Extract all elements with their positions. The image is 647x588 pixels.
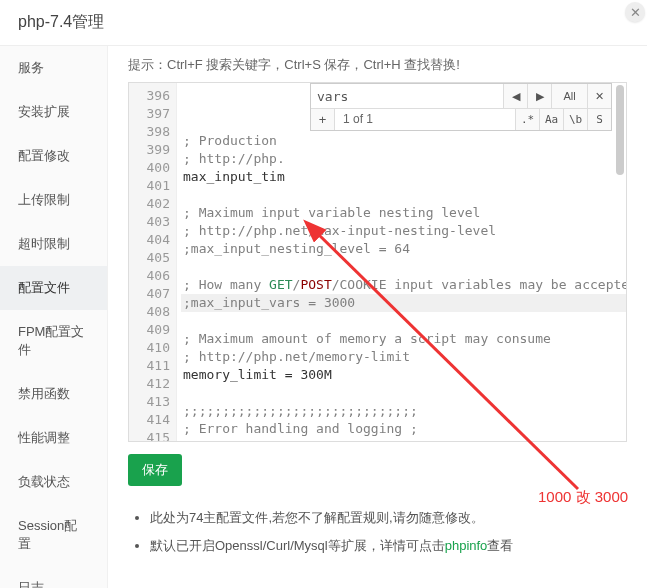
line-number: 402 (129, 195, 170, 213)
search-regex-toggle[interactable]: .* (515, 109, 539, 130)
scrollbar[interactable] (616, 85, 624, 175)
code-area[interactable]: ; Production; http://php.max_input_tim ;… (177, 83, 626, 441)
close-dialog-button[interactable]: ✕ (625, 2, 645, 22)
line-number: 397 (129, 105, 170, 123)
sidebar-item-9[interactable]: 负载状态 (0, 460, 107, 504)
search-expand-button[interactable]: + (311, 109, 335, 130)
code-line[interactable]: ; Maximum amount of memory a script may … (181, 330, 626, 348)
sidebar-item-6[interactable]: FPM配置文件 (0, 310, 107, 372)
line-number: 396 (129, 87, 170, 105)
phpinfo-link[interactable]: phpinfo (445, 538, 488, 553)
sidebar-item-3[interactable]: 上传限制 (0, 178, 107, 222)
line-number: 410 (129, 339, 170, 357)
line-number: 406 (129, 267, 170, 285)
code-line[interactable] (181, 186, 626, 204)
search-count: 1 of 1 (335, 109, 515, 130)
search-panel: ◀ ▶ All ✕ + 1 of 1 .* Aa \b S (310, 83, 612, 131)
search-all-button[interactable]: All (551, 84, 587, 108)
code-line[interactable]: ;;;;;;;;;;;;;;;;;;;;;;;;;;;;;; (181, 402, 626, 420)
note-line-2: 默认已开启Openssl/Curl/Mysql等扩展，详情可点击phpinfo查… (150, 536, 627, 556)
code-line[interactable]: ; http://php. (181, 150, 626, 168)
code-line[interactable]: memory_limit = 300M (181, 366, 626, 384)
sidebar-item-1[interactable]: 安装扩展 (0, 90, 107, 134)
code-editor[interactable]: 3963973983994004014024034044054064074084… (129, 83, 626, 441)
line-number: 400 (129, 159, 170, 177)
line-number: 405 (129, 249, 170, 267)
code-line[interactable]: ;max_input_nesting_level = 64 (181, 240, 626, 258)
sidebar-item-10[interactable]: Session配置 (0, 504, 107, 566)
sidebar-item-11[interactable]: 日志 (0, 566, 107, 588)
gutter: 3963973983994004014024034044054064074084… (129, 83, 177, 441)
code-line[interactable]: ;max_input_vars = 3000 (181, 294, 626, 312)
content-pane: 提示：Ctrl+F 搜索关键字，Ctrl+S 保存，Ctrl+H 查找替换! ◀… (108, 46, 647, 588)
footer-notes: 此处为74主配置文件,若您不了解配置规则,请勿随意修改。 默认已开启Openss… (128, 508, 627, 555)
sidebar: 服务安装扩展配置修改上传限制超时限制配置文件FPM配置文件禁用函数性能调整负载状… (0, 46, 108, 588)
code-line[interactable]: ; How many GET/POST/COOKIE input variabl… (181, 276, 626, 294)
code-line[interactable]: max_input_tim (181, 168, 626, 186)
line-number: 411 (129, 357, 170, 375)
code-line[interactable]: ; Maximum input variable nesting level (181, 204, 626, 222)
sidebar-item-2[interactable]: 配置修改 (0, 134, 107, 178)
line-number: 412 (129, 375, 170, 393)
annotation-text: 1000 改 3000 (538, 488, 628, 507)
line-number: 415 (129, 429, 170, 442)
line-number: 408 (129, 303, 170, 321)
note-line-1: 此处为74主配置文件,若您不了解配置规则,请勿随意修改。 (150, 508, 627, 528)
search-word-toggle[interactable]: \b (563, 109, 587, 130)
search-prev-button[interactable]: ◀ (503, 84, 527, 108)
search-case-toggle[interactable]: Aa (539, 109, 563, 130)
search-next-button[interactable]: ▶ (527, 84, 551, 108)
hint-text: 提示：Ctrl+F 搜索关键字，Ctrl+S 保存，Ctrl+H 查找替换! (128, 56, 627, 74)
line-number: 409 (129, 321, 170, 339)
editor-container: ◀ ▶ All ✕ + 1 of 1 .* Aa \b S 3963973983… (128, 82, 627, 442)
sidebar-item-8[interactable]: 性能调整 (0, 416, 107, 460)
line-number: 414 (129, 411, 170, 429)
page-title: php-7.4管理 (0, 0, 647, 46)
line-number: 403 (129, 213, 170, 231)
search-input[interactable] (311, 84, 503, 108)
search-close-button[interactable]: ✕ (587, 84, 611, 108)
sidebar-item-5[interactable]: 配置文件 (0, 266, 107, 310)
code-line[interactable] (181, 384, 626, 402)
code-line[interactable]: ; Error handling and logging ; (181, 420, 626, 438)
search-history-button[interactable]: S (587, 109, 611, 130)
sidebar-item-0[interactable]: 服务 (0, 46, 107, 90)
line-number: 413 (129, 393, 170, 411)
line-number: 399 (129, 141, 170, 159)
code-line[interactable]: ; Production (181, 132, 626, 150)
code-line[interactable]: ;;;;;;;;;;;;;;;;;;;;;;;;;;;;;; (181, 438, 626, 441)
code-line[interactable] (181, 258, 626, 276)
line-number: 401 (129, 177, 170, 195)
save-button[interactable]: 保存 (128, 454, 182, 486)
line-number: 404 (129, 231, 170, 249)
line-number: 398 (129, 123, 170, 141)
sidebar-item-7[interactable]: 禁用函数 (0, 372, 107, 416)
code-line[interactable]: ; http://php.net/max-input-nesting-level (181, 222, 626, 240)
code-line[interactable] (181, 312, 626, 330)
code-line[interactable]: ; http://php.net/memory-limit (181, 348, 626, 366)
sidebar-item-4[interactable]: 超时限制 (0, 222, 107, 266)
line-number: 407 (129, 285, 170, 303)
